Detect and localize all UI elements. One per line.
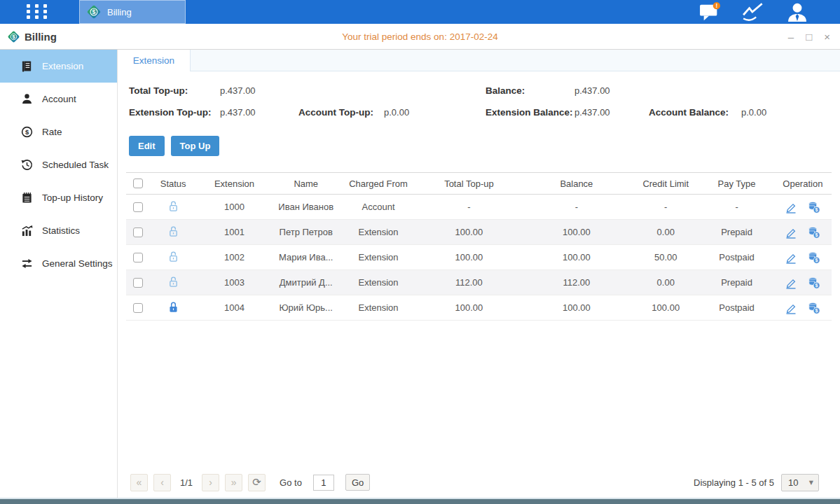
extension-topup-value: p.437.00 [220,106,256,117]
account-topup-value: p.0.00 [384,106,409,117]
sidebar-item-label: General Settings [42,258,113,269]
last-page-button[interactable]: » [225,474,242,491]
user-icon[interactable] [785,2,809,22]
topup-coins-icon[interactable]: $ [808,251,820,264]
col-pay-type: Pay Type [699,173,773,195]
sidebar-item-account[interactable]: Account [0,83,117,115]
table-row[interactable]: 1001 Петр Петров Extension 100.00 100.00… [126,220,832,245]
taskbar-tab-billing[interactable]: $ Billing [79,0,186,24]
topup-coins-icon[interactable]: $ [808,226,820,239]
sidebar-item-extension[interactable]: Extension [0,50,117,83]
balance-label: Balance: [486,85,525,95]
chart-icon[interactable] [742,2,766,22]
status-unlocked-icon[interactable] [168,200,179,212]
table-row[interactable]: 1004 Юрий Юрь... Extension 100.00 100.00… [126,295,832,321]
page-size-select[interactable]: 10 ▼ [781,474,819,491]
maximize-icon[interactable]: □ [806,31,812,42]
minimize-icon[interactable]: – [788,31,794,42]
extension-topup-label: Extension Top-up: [129,106,212,117]
account-balance-value: p.0.00 [741,106,766,117]
page-title: Billing [25,31,57,43]
sidebar-item-scheduled-task[interactable]: Scheduled Task [0,148,117,181]
sidebar-item-label: Extension [42,61,83,71]
top-up-button[interactable]: Top Up [171,136,220,156]
extension-table: Status Extension Name Charged From Total… [126,172,832,321]
chevron-down-icon: ▼ [809,479,813,486]
arrows-swap-icon [21,258,33,270]
goto-label: Go to [280,477,302,488]
ledger-icon [21,60,33,72]
displaying-info: Displaying 1 - 5 of 5 [694,477,774,488]
row-checkbox[interactable] [133,278,143,288]
sidebar-item-general-settings[interactable]: General Settings [0,247,117,280]
person-icon [21,93,33,105]
col-total-topup: Total Top-up [417,173,521,195]
select-all-checkbox[interactable] [133,178,143,188]
topup-coins-icon[interactable]: $ [808,276,820,289]
apps-grid-icon[interactable] [27,4,48,20]
window-bottom-edge [0,499,840,504]
table-row[interactable]: 1003 Дмитрий Д... Extension 112.00 112.0… [126,270,832,295]
table-header-row: Status Extension Name Charged From Total… [126,173,832,195]
row-checkbox[interactable] [133,202,143,212]
goto-page-input[interactable] [313,475,334,491]
edit-pencil-icon[interactable] [785,201,797,214]
svg-text:!: ! [715,2,717,9]
status-unlocked-icon[interactable] [168,251,179,262]
edit-pencil-icon[interactable] [785,226,797,239]
edit-pencil-icon[interactable] [785,251,797,264]
dollar-circle-icon: $ [21,126,33,138]
topup-coins-icon[interactable]: $ [808,302,820,314]
svg-text:$: $ [815,307,818,314]
svg-text:$: $ [815,282,818,288]
col-operation: Operation [774,173,832,195]
topup-coins-icon[interactable]: $ [808,201,820,214]
col-charged-from: Charged From [340,173,417,195]
sidebar: Extension Account $ Rate [0,50,118,498]
sidebar-item-label: Account [42,94,76,104]
billing-diamond-icon: $ [86,4,102,20]
prev-page-button[interactable]: ‹ [153,474,171,491]
status-unlocked-icon[interactable] [168,276,179,288]
total-topup-label: Total Top-up: [129,85,188,95]
sidebar-item-label: Rate [42,127,62,137]
col-extension: Extension [196,173,272,195]
balance-summary: Total Top-up: p.437.00 Balance: p.437.00… [118,71,840,122]
col-balance: Balance [521,173,632,195]
table-row[interactable]: 1000 Иван Иванов Account - - - - [126,195,832,220]
sidebar-item-topup-history[interactable]: Top-up History [0,181,117,214]
account-topup-label: Account Top-up: [298,106,373,117]
svg-text:$: $ [815,206,818,213]
col-status: Status [150,173,196,195]
system-top-bar: $ Billing ! [0,0,840,24]
close-icon[interactable]: × [824,31,830,42]
sidebar-item-rate[interactable]: $ Rate [0,115,117,148]
bar-chart-icon [21,225,33,237]
edit-pencil-icon[interactable] [785,302,797,314]
row-checkbox[interactable] [133,303,143,313]
billing-diamond-icon: $ [7,30,20,43]
go-button[interactable]: Go [345,474,370,491]
sidebar-item-statistics[interactable]: Statistics [0,214,117,247]
row-checkbox[interactable] [133,253,143,262]
extension-balance-value: p.437.00 [574,106,610,117]
chat-notification-icon[interactable]: ! [698,2,722,22]
refresh-icon[interactable]: ⟳ [248,474,266,491]
first-page-button[interactable]: « [130,474,148,491]
taskbar-tab-label: Billing [107,7,132,18]
next-page-button[interactable]: › [202,474,219,491]
tab-strip: Extension [118,50,840,71]
table-row[interactable]: 1002 Мария Ива... Extension 100.00 100.0… [126,245,832,270]
edit-pencil-icon[interactable] [785,276,797,289]
status-unlocked-icon[interactable] [168,225,179,237]
sidebar-item-label: Scheduled Task [42,160,109,170]
billing-app-window: $ Billing ! [0,0,840,504]
svg-text:$: $ [92,8,96,15]
edit-button[interactable]: Edit [129,136,165,156]
row-checkbox[interactable] [133,227,143,237]
svg-text:$: $ [815,232,818,238]
tab-extension[interactable]: Extension [118,50,191,71]
content-area: Extension Total Top-up: p.437.00 Balance… [118,50,840,498]
status-locked-icon[interactable] [168,301,179,313]
col-credit-limit: Credit Limit [632,173,699,195]
